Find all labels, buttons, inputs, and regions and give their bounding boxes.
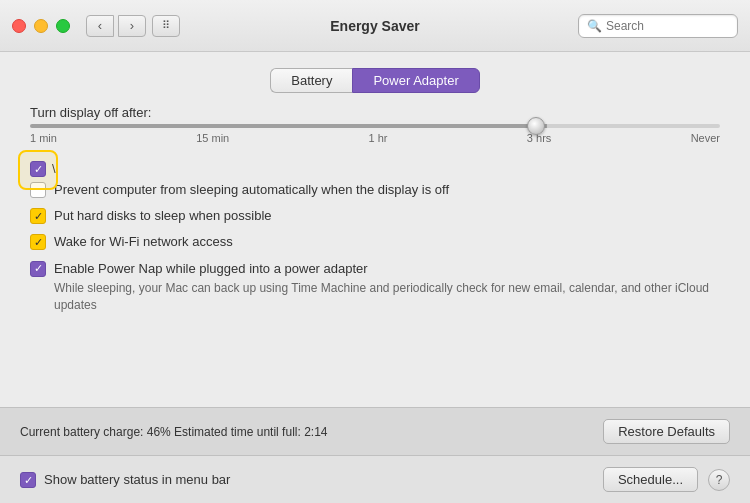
- main-area: Battery Power Adapter Turn display off a…: [0, 52, 750, 455]
- status-text: Current battery charge: 46% Estimated ti…: [20, 425, 603, 439]
- tick-never: Never: [691, 132, 720, 144]
- options-section: ✓ \ Prevent computer from sleeping autom…: [0, 154, 750, 327]
- checkbox-wifi-wake[interactable]: ✓: [30, 234, 46, 250]
- show-battery-label: Show battery status in menu bar: [44, 472, 230, 487]
- titlebar: ‹ › ⠿ Energy Saver 🔍: [0, 0, 750, 52]
- tick-1min: 1 min: [30, 132, 57, 144]
- checkbox-hard-disks[interactable]: ✓: [30, 208, 46, 224]
- checkbox-prevent-sleep[interactable]: ✓: [30, 161, 46, 177]
- back-icon: ‹: [98, 18, 102, 33]
- slider-track-container[interactable]: 1 min 15 min 1 hr 3 hrs Never: [30, 124, 720, 144]
- power-nap-text-block: Enable Power Nap while plugged into a po…: [54, 260, 720, 314]
- hard-disks-label: Put hard disks to sleep when possible: [54, 207, 272, 225]
- nav-buttons: ‹ ›: [86, 15, 146, 37]
- slider-thumb[interactable]: [527, 117, 545, 135]
- tick-15min: 15 min: [196, 132, 229, 144]
- prevent-sleep-label: Prevent computer from sleeping automatic…: [54, 181, 449, 199]
- tick-1hr: 1 hr: [369, 132, 388, 144]
- search-input[interactable]: [606, 19, 729, 33]
- option-prevent-sleep-text: Prevent computer from sleeping automatic…: [30, 181, 720, 199]
- slider-row: 1 min 15 min 1 hr 3 hrs Never: [30, 124, 720, 144]
- slider-section: Turn display off after: 1 min 15 min 1 h…: [0, 105, 750, 154]
- back-button[interactable]: ‹: [86, 15, 114, 37]
- check-icon-battery: ✓: [24, 474, 33, 487]
- option-power-nap: ✓ Enable Power Nap while plugged into a …: [30, 260, 720, 314]
- slider-label: Turn display off after:: [30, 105, 720, 120]
- window-title: Energy Saver: [330, 18, 420, 34]
- grid-icon: ⠿: [162, 19, 170, 32]
- check-icon-hd: ✓: [34, 210, 43, 223]
- slider-ticks: 1 min 15 min 1 hr 3 hrs Never: [30, 132, 720, 144]
- checkbox-show-battery[interactable]: ✓: [20, 472, 36, 488]
- tab-bar: Battery Power Adapter: [0, 52, 750, 105]
- minimize-button[interactable]: [34, 19, 48, 33]
- close-button[interactable]: [12, 19, 26, 33]
- search-box[interactable]: 🔍: [578, 14, 738, 38]
- footer-bar: ✓ Show battery status in menu bar Schedu…: [0, 455, 750, 503]
- wifi-wake-label: Wake for Wi-Fi network access: [54, 233, 233, 251]
- option-wifi-wake: ✓ Wake for Wi-Fi network access: [30, 233, 720, 251]
- check-icon-wifi: ✓: [34, 236, 43, 249]
- power-nap-label: Enable Power Nap while plugged into a po…: [54, 260, 720, 278]
- restore-defaults-button[interactable]: Restore Defaults: [603, 419, 730, 444]
- option-hard-disks: ✓ Put hard disks to sleep when possible: [30, 207, 720, 225]
- forward-icon: ›: [130, 18, 134, 33]
- slider-track: [30, 124, 720, 128]
- tab-power-adapter[interactable]: Power Adapter: [352, 68, 479, 93]
- check-icon-nap: ✓: [34, 262, 43, 275]
- checkbox-power-nap[interactable]: ✓: [30, 261, 46, 277]
- footer-checkbox-area: ✓ Show battery status in menu bar: [20, 471, 593, 488]
- maximize-button[interactable]: [56, 19, 70, 33]
- grid-button[interactable]: ⠿: [152, 15, 180, 37]
- check-icon: ✓: [34, 163, 43, 176]
- forward-button[interactable]: ›: [118, 15, 146, 37]
- status-bar: Current battery charge: 46% Estimated ti…: [0, 407, 750, 455]
- help-button[interactable]: ?: [708, 469, 730, 491]
- window-controls: [12, 19, 70, 33]
- search-icon: 🔍: [587, 19, 602, 33]
- tab-battery[interactable]: Battery: [270, 68, 352, 93]
- schedule-button[interactable]: Schedule...: [603, 467, 698, 492]
- option-prevent-sleep: ✓ \: [30, 160, 720, 177]
- power-nap-subtext: While sleeping, your Mac can back up usi…: [54, 280, 720, 314]
